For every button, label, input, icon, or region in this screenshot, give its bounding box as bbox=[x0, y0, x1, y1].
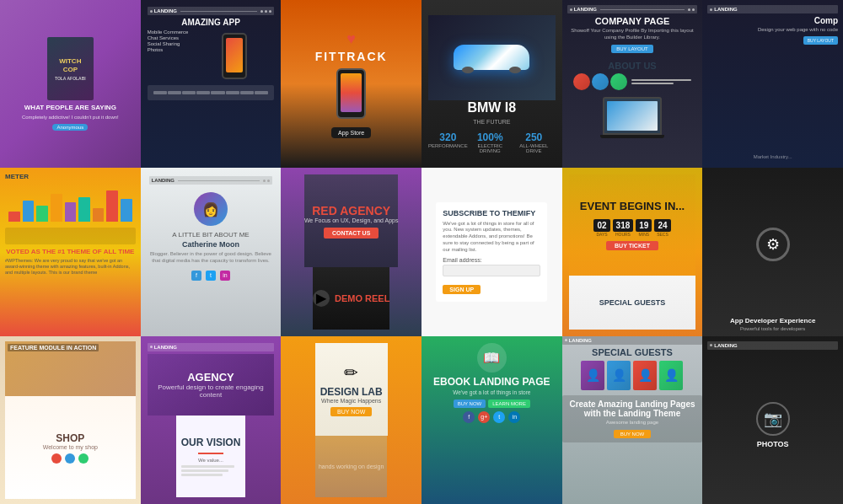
tile-subscribe: SUBSCRIBE TO THEMIFY We've got a lot of … bbox=[422, 168, 562, 335]
ebook-learn-btn[interactable]: LEARN MORE bbox=[488, 399, 530, 408]
heart-icon: ♥ bbox=[346, 30, 356, 48]
facebook-social[interactable]: f bbox=[463, 411, 475, 423]
email-input[interactable] bbox=[443, 265, 540, 276]
phone-mockup bbox=[222, 33, 247, 79]
tile-red-agency: RED AGENCY We Focus on UX, Design, and A… bbox=[281, 168, 422, 335]
we-value: We value... bbox=[198, 458, 223, 463]
photos-nav: LANDING bbox=[707, 341, 838, 350]
linkedin-social[interactable]: in bbox=[508, 411, 520, 423]
red-agency-title: RED AGENCY bbox=[312, 204, 390, 217]
design-lab-icon: ✏ bbox=[344, 362, 358, 383]
vision-divider bbox=[198, 453, 223, 454]
company-page-title: COMPANY PAGE bbox=[567, 16, 698, 26]
profile-avatar: 👩 bbox=[194, 192, 228, 226]
photos-nav-label: LANDING bbox=[714, 343, 737, 348]
agency-nav-label: LANDING bbox=[154, 345, 177, 350]
bar-3 bbox=[36, 206, 48, 222]
agency-nav: LANDING bbox=[148, 343, 275, 351]
app-nav: LANDING bbox=[148, 7, 275, 15]
create-landing-title: Create Amazing Landing Pages with the La… bbox=[566, 399, 699, 418]
red-agency-upper: RED AGENCY We Focus on UX, Design, and A… bbox=[304, 174, 399, 267]
countdown-secs: 24 SECS bbox=[654, 219, 670, 237]
buy-ticket-btn[interactable]: BUY TICKET bbox=[606, 241, 658, 250]
person-name: Catherine Moon bbox=[182, 240, 239, 249]
agency-sub: Powerful design to create engaging conte… bbox=[148, 383, 275, 399]
tile-meter: METER VOTED AS THE #1 THEME OF ALL TIME … bbox=[0, 168, 141, 335]
guest-2: 👤 bbox=[607, 361, 631, 390]
design-lab-image-area: hands working on design bbox=[315, 460, 387, 473]
vision-line-3 bbox=[181, 474, 223, 476]
book-cover: WITCH COP TOLA AFOLABI bbox=[47, 37, 94, 100]
vision-line-2 bbox=[181, 469, 229, 472]
design-lab-sub: Where Magic Happens bbox=[321, 398, 381, 404]
avatar-3 bbox=[610, 73, 627, 90]
comp-right-nav: LANDING bbox=[707, 5, 838, 13]
comp-right-btn[interactable]: BUY LAYOUT bbox=[803, 36, 838, 45]
instagram-icon[interactable]: in bbox=[220, 271, 230, 281]
guests-row: 👤 👤 👤 👤 bbox=[562, 361, 703, 390]
profile-nav-label: LANDING bbox=[152, 178, 175, 183]
tile-company-page: LANDING COMPANY PAGE Showoff Your Compan… bbox=[562, 0, 703, 168]
theme-line bbox=[5, 228, 136, 244]
quote-text: Completely addictive! I couldn't put it … bbox=[22, 115, 119, 121]
photos-title: PHOTOS bbox=[757, 440, 789, 448]
bar-7 bbox=[93, 208, 105, 223]
company-page-sub: Showoff Your Company Profile By Importin… bbox=[567, 28, 698, 41]
agency-header: AGENCY Powerful design to create engagin… bbox=[148, 354, 275, 416]
shop-icon-2[interactable] bbox=[65, 453, 75, 464]
theme-voted-title: VOTED AS THE #1 THEME OF ALL TIME bbox=[5, 248, 136, 256]
comp-right-title: Comp bbox=[707, 16, 838, 25]
special-guests-title: SPECIAL GUESTS bbox=[599, 298, 665, 307]
design-lab-btn[interactable]: BUY NOW bbox=[330, 407, 372, 416]
tile-ebook-landing: 📖 EBOOK LANDING PAGE We've got a lot of … bbox=[422, 336, 562, 504]
event-upper: EVENT BEGINS IN... 02 DAYS 318 HOURS 19 … bbox=[569, 174, 696, 275]
twitter-icon[interactable]: t bbox=[206, 271, 216, 281]
comp-right-sub: Design your web page with no code bbox=[707, 27, 838, 34]
ebook-icon: 📖 bbox=[477, 343, 507, 373]
shop-sub: Welcome to my shop bbox=[43, 444, 98, 450]
tile-fittrack: ♥ FITTRACK App Store bbox=[281, 0, 422, 168]
tile-photos: LANDING 📷 PHOTOS bbox=[702, 336, 843, 504]
signup-btn[interactable]: SIGN UP bbox=[443, 285, 481, 294]
our-vision-title: OUR VISION bbox=[181, 437, 241, 448]
bio-text: Blogger. Believer in the power of good d… bbox=[149, 251, 273, 265]
appstore-button[interactable]: App Store bbox=[331, 127, 371, 138]
twitter-social[interactable]: t bbox=[493, 411, 505, 423]
shop-title: SHOP bbox=[56, 432, 84, 444]
demo-reel-area: ▶ DEMO REEL bbox=[313, 267, 389, 329]
tile-app-dev: ⚙ App Developer Experience Powerful tool… bbox=[702, 168, 843, 335]
shop-image-area: FEATURE MODULE IN ACTION bbox=[5, 341, 136, 397]
ebook-buy-btn[interactable]: BUY NOW bbox=[454, 399, 486, 408]
app-dev-title: App Developer Experience bbox=[707, 317, 838, 324]
feature-label: FEATURE MODULE IN ACTION bbox=[8, 344, 99, 351]
countdown-mins: 19 MINS bbox=[636, 219, 652, 237]
feature-1: Mobile Commerce bbox=[148, 29, 189, 35]
agency-title: AGENCY bbox=[187, 371, 234, 383]
google-social[interactable]: g+ bbox=[478, 411, 490, 423]
company-buy-btn[interactable]: BUY LAYOUT bbox=[611, 45, 652, 53]
play-icon[interactable]: ▶ bbox=[313, 290, 330, 307]
facebook-icon[interactable]: f bbox=[191, 271, 201, 281]
shop-icon-1[interactable] bbox=[51, 453, 62, 464]
special-guests-title-main: SPECIAL GUESTS bbox=[562, 347, 703, 357]
tile-bmw: BMW I8 THE FUTURE 320 PERFORMANCE 100% E… bbox=[422, 0, 562, 168]
company-nav: LANDING bbox=[567, 5, 698, 13]
app-title: AMAZING APP bbox=[148, 18, 275, 27]
tile-profile: LANDING 👩 A LITTLE BIT ABOUT ME Catherin… bbox=[141, 168, 282, 335]
demo-reel-text: DEMO REEL bbox=[335, 293, 389, 303]
subscribe-title: SUBSCRIBE TO THEMIFY bbox=[443, 209, 540, 217]
bmw-title: BMW I8 bbox=[467, 100, 516, 115]
special-guests-preview: SPECIAL GUESTS bbox=[569, 276, 696, 330]
create-landing-sub: Awesome landing page bbox=[566, 420, 699, 426]
shop-icons bbox=[51, 453, 89, 464]
create-landing-btn[interactable]: BUY NOW bbox=[614, 430, 652, 438]
red-agency-sub: We Focus on UX, Design, and Apps bbox=[304, 217, 399, 223]
tile-event: EVENT BEGINS IN... 02 DAYS 318 HOURS 19 … bbox=[562, 168, 703, 335]
tile-design-lab: ✏ DESIGN LAB Where Magic Happens BUY NOW… bbox=[281, 336, 422, 504]
contact-btn[interactable]: CONTACT US bbox=[324, 228, 379, 239]
ebook-btns: BUY NOW LEARN MORE bbox=[454, 399, 530, 408]
shop-icon-3[interactable] bbox=[78, 453, 89, 464]
tile-comp-right: LANDING Comp Design your web page with n… bbox=[702, 0, 843, 168]
anon-badge: Anonymous bbox=[52, 124, 88, 131]
vision-line-1 bbox=[181, 465, 235, 468]
